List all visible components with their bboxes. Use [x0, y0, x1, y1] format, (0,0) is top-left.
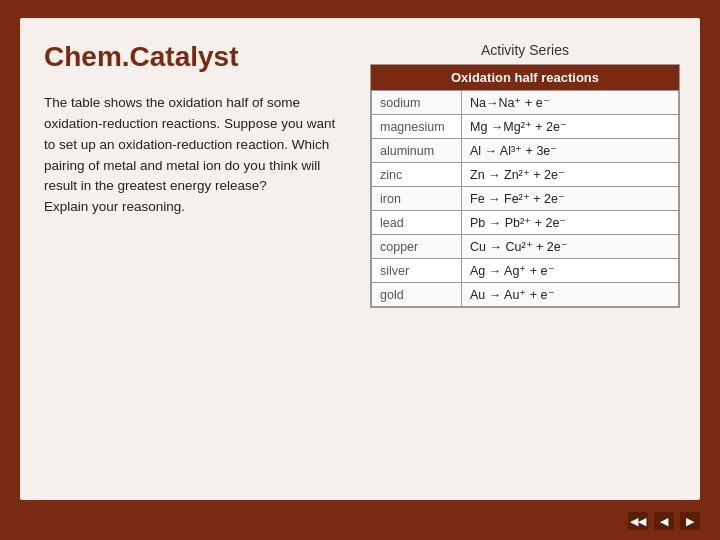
- table-row: silverAg → Ag⁺ + e⁻: [372, 259, 679, 283]
- table-row: magnesiumMg →Mg²⁺ + 2e⁻: [372, 115, 679, 139]
- table-header: Oxidation half reactions: [371, 65, 679, 90]
- reaction-cell: Mg →Mg²⁺ + 2e⁻: [462, 115, 679, 139]
- next-button[interactable]: ▶: [680, 512, 700, 530]
- element-cell: sodium: [372, 91, 462, 115]
- reactions-table: sodiumNa→Na⁺ + e⁻magnesiumMg →Mg²⁺ + 2e⁻…: [371, 90, 679, 307]
- element-cell: lead: [372, 211, 462, 235]
- element-cell: zinc: [372, 163, 462, 187]
- prev-button[interactable]: ◀: [654, 512, 674, 530]
- reactions-table-container: Oxidation half reactions sodiumNa→Na⁺ + …: [370, 64, 680, 308]
- first-button[interactable]: ◀◀: [628, 512, 648, 530]
- reaction-cell: Cu → Cu²⁺ + 2e⁻: [462, 235, 679, 259]
- table-row: goldAu → Au⁺ + e⁻: [372, 283, 679, 307]
- element-cell: magnesium: [372, 115, 462, 139]
- content-area: Chem.Catalyst The table shows the oxidat…: [20, 18, 700, 500]
- table-row: sodiumNa→Na⁺ + e⁻: [372, 91, 679, 115]
- reaction-cell: Al → Al³⁺ + 3e⁻: [462, 139, 679, 163]
- element-cell: gold: [372, 283, 462, 307]
- reaction-cell: Ag → Ag⁺ + e⁻: [462, 259, 679, 283]
- element-cell: copper: [372, 235, 462, 259]
- table-row: copperCu → Cu²⁺ + 2e⁻: [372, 235, 679, 259]
- table-row: ironFe → Fe²⁺ + 2e⁻: [372, 187, 679, 211]
- description-text: The table shows the oxidation half of so…: [44, 93, 350, 219]
- activity-series-title: Activity Series: [481, 42, 569, 58]
- main-container: Chem.Catalyst The table shows the oxidat…: [0, 0, 720, 540]
- reaction-cell: Au → Au⁺ + e⁻: [462, 283, 679, 307]
- element-cell: aluminum: [372, 139, 462, 163]
- reaction-cell: Na→Na⁺ + e⁻: [462, 91, 679, 115]
- table-row: leadPb → Pb²⁺ + 2e⁻: [372, 211, 679, 235]
- element-cell: silver: [372, 259, 462, 283]
- right-panel: Activity Series Oxidation half reactions…: [370, 42, 680, 480]
- nav-bar: ◀◀ ◀ ▶: [628, 512, 700, 530]
- element-cell: iron: [372, 187, 462, 211]
- left-panel: Chem.Catalyst The table shows the oxidat…: [44, 42, 350, 480]
- reaction-cell: Zn → Zn²⁺ + 2e⁻: [462, 163, 679, 187]
- reaction-cell: Fe → Fe²⁺ + 2e⁻: [462, 187, 679, 211]
- table-row: aluminumAl → Al³⁺ + 3e⁻: [372, 139, 679, 163]
- app-title: Chem.Catalyst: [44, 42, 350, 73]
- reaction-cell: Pb → Pb²⁺ + 2e⁻: [462, 211, 679, 235]
- table-row: zincZn → Zn²⁺ + 2e⁻: [372, 163, 679, 187]
